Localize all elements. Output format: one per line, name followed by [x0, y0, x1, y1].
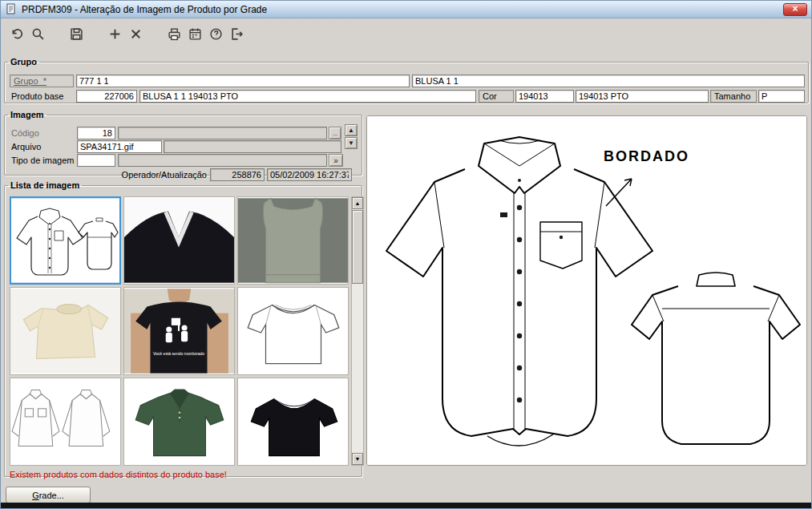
produto-base-desc-field[interactable]: [139, 90, 476, 103]
tamanho-label: Tamanho: [710, 90, 757, 103]
shirt-technical-drawing: BORDADO: [367, 116, 806, 465]
search-icon[interactable]: [28, 24, 47, 43]
imagem-legend: Imagem: [8, 110, 46, 119]
scrollbar-up-icon[interactable]: ▲: [352, 197, 363, 209]
thumbnail-technical-shirt-drawing[interactable]: [10, 196, 121, 285]
thumbnail-grid: Você está sendo monitorado: [10, 196, 349, 466]
codigo-desc-field: [118, 127, 327, 139]
record-up-button[interactable]: ▲: [345, 124, 358, 136]
scrollbar-thumb[interactable]: [352, 210, 363, 284]
scrollbar-down-icon[interactable]: ▼: [352, 453, 363, 465]
close-button[interactable]: ×: [783, 3, 807, 16]
tipo-imagem-field[interactable]: [77, 154, 115, 167]
cor-label: Cor: [479, 90, 514, 103]
tipo-imagem-desc-field: [118, 154, 327, 167]
arquivo-label: Arquivo: [11, 140, 41, 153]
thumbnail-black-vneck-sweater[interactable]: [123, 196, 235, 285]
tipo-imagem-label: Tipo de imagem: [11, 154, 74, 167]
app-icon: [6, 3, 17, 16]
operador-user-field: [210, 168, 265, 181]
bordado-annotation: BORDADO: [604, 148, 689, 164]
produto-base-label: Produto base: [11, 90, 63, 103]
lookup-button[interactable]: ...: [329, 127, 341, 139]
calendar-icon[interactable]: [185, 24, 204, 43]
arquivo-field[interactable]: [77, 140, 162, 153]
exit-icon[interactable]: [227, 24, 246, 43]
codigo-field[interactable]: [77, 127, 115, 139]
thumbnail-black-tshirt-worn[interactable]: Você está sendo monitorado: [123, 287, 235, 375]
codigo-label: Código: [11, 127, 39, 139]
thumbnail-ivory-tshirt-photo[interactable]: [10, 287, 121, 375]
bottom-strip: [1, 503, 811, 508]
thumbnail-black-tshirt[interactable]: [237, 378, 349, 466]
toolbar: [1, 18, 811, 49]
title-bar: PRDFM309 - Alteração de Imagem de Produt…: [1, 1, 811, 18]
tamanho-field[interactable]: [758, 90, 805, 103]
lista-imagem-fieldset: Lista de imagem: [4, 180, 362, 477]
add-icon[interactable]: [105, 24, 124, 43]
produto-base-code-field[interactable]: [76, 90, 137, 103]
arquivo-desc-field: [164, 140, 341, 153]
thumbnail-green-polo-shirt[interactable]: [123, 378, 235, 466]
image-preview-panel: BORDADO: [366, 115, 807, 466]
save-icon[interactable]: [67, 24, 86, 43]
thumbnail-gray-sleeveless-top[interactable]: [237, 196, 349, 285]
operador-date-field: [267, 168, 352, 181]
grupo-desc-field[interactable]: [412, 75, 805, 87]
expand-button[interactable]: »: [329, 154, 343, 167]
grupo-fieldset: Grupo Grupo_* Produto base Cor Tamanho: [4, 57, 809, 103]
window-title: PRDFM309 - Alteração de Imagem de Produt…: [22, 4, 267, 15]
help-icon[interactable]: [206, 24, 225, 43]
thumbnail-two-shirts-drawing[interactable]: [10, 378, 121, 466]
print-icon[interactable]: [164, 24, 184, 43]
thumbnail-white-tshirt-drawing[interactable]: [237, 287, 349, 375]
shirt-graphic-caption: Você está sendo monitorado: [153, 351, 204, 356]
grupo-legend: Grupo: [8, 57, 39, 67]
record-down-button[interactable]: ▼: [345, 137, 358, 149]
undo-icon[interactable]: [7, 24, 26, 43]
operador-label: Operador/Atualização: [101, 168, 207, 181]
image-list-scrollbar[interactable]: ▲ ▼: [351, 196, 364, 466]
cor-desc-field[interactable]: [576, 90, 709, 103]
cor-code-field[interactable]: [515, 90, 574, 103]
warning-message: Existem produtos com dados distintos do …: [10, 470, 227, 479]
delete-icon[interactable]: [126, 24, 145, 43]
imagem-fieldset: Imagem Código ... ▲ ▼ Arquivo Tipo de im…: [4, 110, 362, 176]
lista-imagem-legend: Lista de imagem: [8, 180, 82, 190]
app-window: PRDFM309 - Alteração de Imagem de Produt…: [0, 0, 812, 509]
grupo-zoom-link[interactable]: Grupo_*: [10, 75, 74, 87]
grupo-code-field[interactable]: [76, 75, 410, 87]
grade-button[interactable]: Grade...: [6, 487, 91, 503]
